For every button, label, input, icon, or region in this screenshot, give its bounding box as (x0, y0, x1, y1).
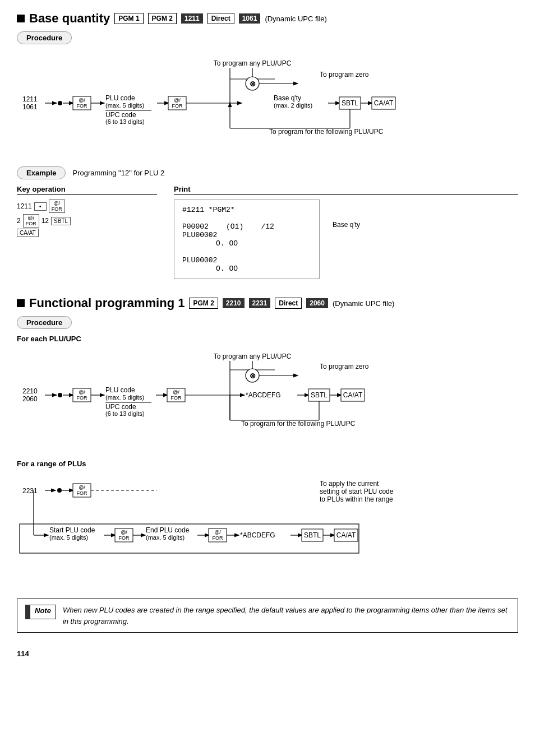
for-btn1[interactable]: @/FOR (49, 200, 65, 213)
svg-text:CA/AT: CA/AT (374, 99, 394, 107)
svg-text:(max. 5 digits): (max. 5 digits) (105, 394, 144, 401)
svg-text:@/: @/ (79, 98, 85, 103)
label-1211: 1211 (22, 95, 38, 103)
svg-text:To program any PLU/UPC: To program any PLU/UPC (214, 353, 292, 360)
svg-text:SBTL: SBTL (304, 531, 321, 539)
svg-text:to PLUs within the range: to PLUs within the range (320, 495, 393, 503)
svg-text:(6 to 13 digits): (6 to 13 digits) (105, 118, 145, 125)
svg-text:⊗: ⊗ (250, 372, 256, 380)
svg-text:setting of start PLU code: setting of start PLU code (320, 488, 394, 495)
svg-point-7 (58, 101, 62, 105)
section1-diagram: To program any PLU/UPC ⊗ To program zero… (17, 55, 518, 155)
svg-text:@/: @/ (173, 389, 179, 395)
section1-procedure: Procedure (17, 31, 72, 44)
example-section: Key operation 1211 • @/FOR 2 @/FOR 12 SB… (17, 185, 518, 279)
svg-text:⊗: ⊗ (250, 80, 256, 88)
section2-diagram1: To program any PLU/UPC ⊗ To program zero… (17, 349, 518, 448)
svg-text:FOR: FOR (213, 535, 223, 541)
svg-text:UPC code: UPC code (105, 403, 136, 411)
key-op-row1: 1211 • @/FOR (17, 200, 157, 213)
svg-text:*ABCDEFG: *ABCDEFG (240, 531, 275, 539)
key-op-header: Key operation (17, 185, 157, 195)
section2-diagram2: 2231 @/ FOR To apply the current setting… (17, 474, 518, 587)
svg-text:2060: 2060 (22, 395, 38, 403)
section2-badge5: 2060 (306, 298, 328, 308)
section1-badge1: PGM 1 (114, 13, 143, 24)
svg-text:*ABCDEFG: *ABCDEFG (246, 391, 281, 399)
svg-text:(max. 2 digits): (max. 2 digits) (274, 102, 312, 109)
svg-text:Base q'ty: Base q'ty (274, 94, 301, 102)
svg-text:To program zero: To program zero (320, 363, 369, 370)
svg-text:PLU code: PLU code (105, 94, 135, 102)
print-line6: O. OO (216, 265, 311, 273)
section1-subtitle: (Dynamic UPC file) (265, 15, 327, 23)
svg-text:CA/AT: CA/AT (343, 391, 363, 399)
section1-flow-svg: To program any PLU/UPC ⊗ To program zero… (17, 55, 499, 154)
print-line5: PLU00002 (182, 256, 311, 265)
label-any-plc: To program any PLU/UPC (214, 59, 292, 67)
svg-text:SBTL: SBTL (311, 391, 328, 399)
section2-flow-svg1: To program any PLU/UPC ⊗ To program zero… (17, 349, 499, 447)
label-1061: 1061 (22, 103, 38, 111)
svg-text:FOR: FOR (172, 103, 183, 109)
base-qty-arrow-label: Base q'ty (333, 221, 360, 229)
svg-text:@/: @/ (121, 530, 127, 535)
section1-badge2: PGM 2 (148, 13, 177, 24)
note-label-container: Note (25, 605, 56, 619)
print-line4: O. OO (216, 239, 311, 248)
svg-text:To apply the current: To apply the current (320, 480, 379, 488)
svg-text:UPC code: UPC code (105, 111, 136, 119)
svg-text:@/: @/ (174, 98, 181, 103)
svg-text:End PLU code: End PLU code (146, 526, 190, 534)
note-black-bar (25, 605, 30, 619)
svg-text:@/: @/ (214, 530, 221, 535)
example-desc: Programming "12" for PLU 2 (72, 169, 164, 177)
section2-title: Functional programming 1 PGM 2 2210 2231… (17, 296, 518, 310)
svg-text:(max. 5 digits): (max. 5 digits) (105, 102, 144, 109)
key-op-row3: CA/AT (17, 229, 157, 237)
svg-text:(max. 5 digits): (max. 5 digits) (146, 534, 185, 541)
section1-badge5: 1061 (239, 13, 261, 24)
svg-text:FOR: FOR (77, 103, 87, 109)
note-label: Note (30, 605, 56, 619)
svg-text:FOR: FOR (171, 395, 182, 401)
svg-text:@/: @/ (79, 389, 85, 395)
print-line3: PLU00002 (182, 231, 311, 239)
svg-text:CA/AT: CA/AT (336, 531, 356, 539)
example-label: Example (17, 166, 66, 179)
svg-text:2210: 2210 (22, 387, 38, 395)
svg-text:SBTL: SBTL (342, 99, 358, 107)
print-area: Print #1211 *PGM2* P00002 (O1) /12 PLU00… (174, 185, 518, 279)
svg-text:(max. 5 digits): (max. 5 digits) (49, 534, 88, 541)
sbtl-btn[interactable]: SBTL (51, 217, 71, 225)
section1-title: Base quantity PGM 1 PGM 2 1211 Direct 10… (17, 11, 518, 26)
svg-text:FOR: FOR (77, 490, 87, 496)
svg-text:FOR: FOR (119, 535, 130, 541)
svg-text:@/: @/ (79, 485, 85, 490)
section1-bullet (17, 15, 25, 22)
for-each-label: For each PLU/UPC (17, 335, 518, 343)
note-text: When new PLU codes are created in the ra… (63, 605, 510, 627)
section1-badge3: 1211 (181, 13, 203, 24)
page-number: 114 (17, 650, 518, 658)
key-operation-area: Key operation 1211 • @/FOR 2 @/FOR 12 SB… (17, 185, 157, 279)
svg-text:To program for the following P: To program for the following PLU/UPC (241, 420, 356, 428)
svg-text:2231: 2231 (22, 487, 38, 495)
print-header: Print (174, 185, 518, 195)
note-box: Note When new PLU codes are created in t… (17, 599, 518, 633)
example-header: Example Programming "12" for PLU 2 (17, 166, 518, 179)
section2-procedure: Procedure (17, 316, 72, 329)
section1-badge4: Direct (207, 13, 234, 24)
for-btn2[interactable]: @/FOR (23, 214, 39, 228)
section2-bullet (17, 299, 25, 307)
section2-flow-svg2: 2231 @/ FOR To apply the current setting… (17, 474, 499, 586)
print-line1: #1211 *PGM2* (182, 206, 311, 214)
section1-heading: Base quantity (29, 11, 110, 26)
caat-btn[interactable]: CA/AT (17, 229, 39, 237)
section2-heading: Functional programming 1 (29, 296, 185, 310)
svg-text:(6 to 13 digits): (6 to 13 digits) (105, 410, 145, 417)
dot-btn[interactable]: • (34, 202, 47, 211)
label-following: To program for the following PLU/UPC (269, 128, 384, 136)
svg-point-47 (58, 393, 62, 397)
section2-badge3: 2231 (249, 298, 271, 308)
